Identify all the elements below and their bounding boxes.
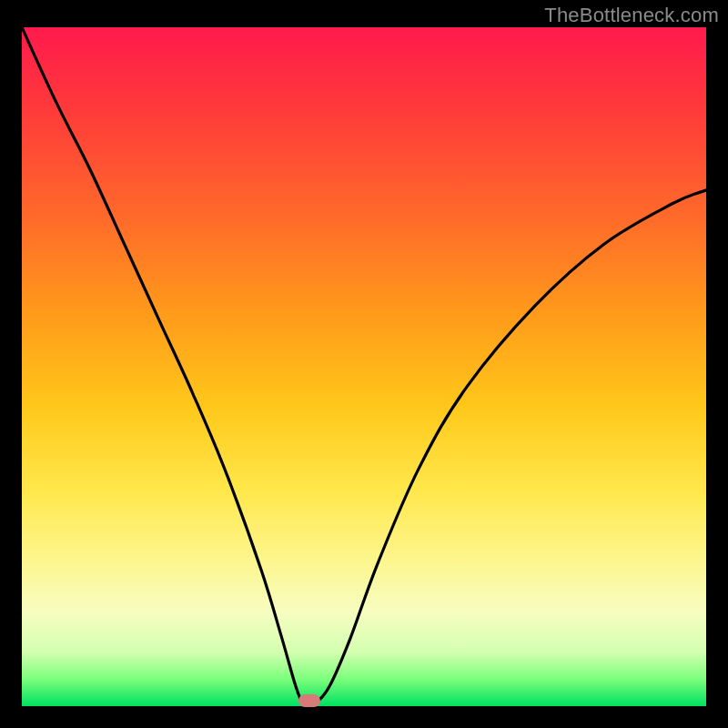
chart-frame: TheBottleneck.com xyxy=(0,0,728,728)
bottleneck-curve xyxy=(22,27,706,706)
optimal-marker xyxy=(298,694,320,707)
watermark-text: TheBottleneck.com xyxy=(544,4,719,27)
plot-area xyxy=(22,27,706,706)
